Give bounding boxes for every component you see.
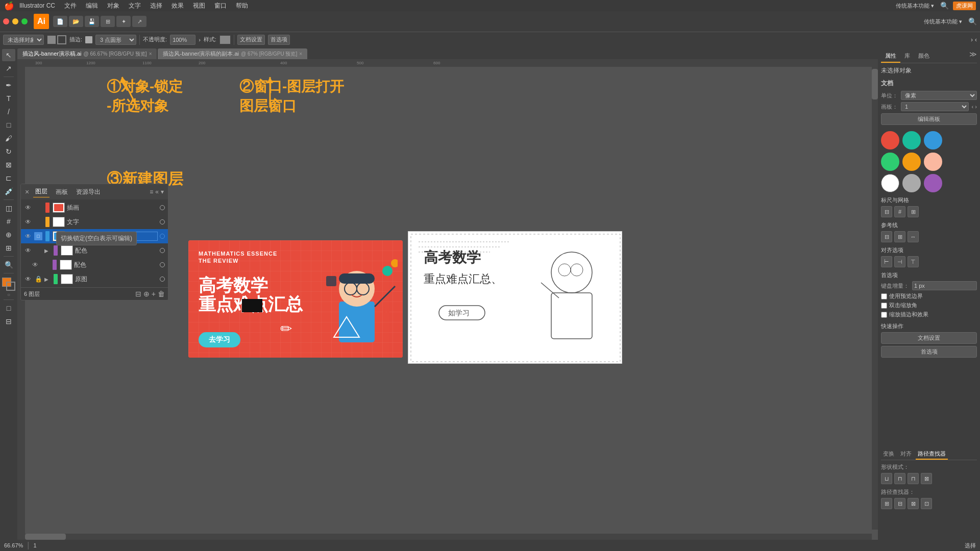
menu-object[interactable]: 对象 [103,2,124,10]
arrange-icon[interactable]: ⊞ [101,16,115,27]
swatch-salmon[interactable] [924,153,942,171]
tab-library[interactable]: 库 [900,50,914,63]
scroll-thumb-v[interactable] [872,69,878,99]
stroke-style-select[interactable]: 3 点圆形 [95,35,136,45]
layer-item-wenzi[interactable]: 👁 文字 [21,215,168,229]
swatch-teal[interactable] [902,131,921,149]
swatch-cyan[interactable] [881,153,899,171]
doc-tab-1[interactable]: 插边风-banner演示稿.ai @ 66.67% [RGB/GPU 预览] × [17,48,157,59]
eyedropper-tool[interactable]: 💉 [2,185,15,197]
quick-prefs-btn[interactable]: 首选项 [881,346,977,358]
new-layer-icon[interactable]: + [152,290,156,298]
rect-tool[interactable]: □ [2,119,15,131]
dot-chua[interactable] [160,205,165,210]
opacity-input[interactable] [170,35,195,45]
tab-pathfinder[interactable]: 路径查找器 [916,449,948,460]
scale-stroke-check[interactable] [881,312,887,318]
stroke-box[interactable] [6,282,15,291]
panel-collapse[interactable]: ≫ [969,50,977,63]
dot-wenzi[interactable] [160,219,165,224]
search-icon2[interactable]: 🔍 [968,17,977,26]
blend-tool[interactable]: ⊏ [2,172,15,184]
eye-sub-peise[interactable]: 👁 [31,261,39,269]
stroke-color-box[interactable] [85,36,92,43]
fill-swatch[interactable] [47,35,56,44]
pen-tool[interactable]: ✒ [2,79,15,91]
swatch-red[interactable] [881,131,899,149]
tab-properties[interactable]: 属性 [881,50,900,63]
menu-select[interactable]: 选择 [146,2,166,10]
eye-peise[interactable]: 👁 [24,246,32,255]
normal-mode[interactable]: □ [2,302,15,314]
delete-layer-icon[interactable]: 🗑 [158,290,165,298]
layer-collapse-icon[interactable]: « [155,188,159,195]
shape-builder-tool[interactable]: ⊕ [2,229,15,241]
share-icon[interactable]: ↗ [132,16,146,27]
new-doc-icon[interactable]: 📄 [53,16,67,27]
unite-icon[interactable]: ⊔ [881,473,892,484]
tab-close-1[interactable]: × [149,51,152,57]
unit-select[interactable]: 像素 [901,91,977,100]
open-icon[interactable]: 📂 [69,16,83,27]
zoom-tool[interactable]: 🔍 [2,259,15,271]
menu-effects[interactable]: 效果 [167,2,188,10]
expand-yuantu[interactable]: ▶ [44,277,51,282]
tab-artboards[interactable]: 画板 [54,187,70,197]
preview-bounds-check[interactable] [881,293,887,299]
guide-icon2[interactable]: ⊞ [894,231,905,242]
trim-icon[interactable]: ⊟ [894,498,905,509]
expand-peise[interactable]: ▶ [44,248,51,254]
style-box[interactable] [219,35,231,44]
kbd-input[interactable] [912,281,977,290]
apple-menu[interactable]: 🍎 [4,1,14,11]
line-tool[interactable]: / [2,106,15,118]
minus-front-icon[interactable]: ⊓ [894,473,905,484]
mesh-tool[interactable]: # [2,215,15,228]
layer-item-peise[interactable]: 👁 ▶ 配色 [21,243,168,258]
save-icon[interactable]: 💾 [85,16,99,27]
layer-subitem-peise[interactable]: 👁 配色 [21,258,168,272]
lock-peise[interactable] [34,246,42,255]
rotate-tool[interactable]: ↻ [2,145,15,158]
eye-editing[interactable]: 👁 [24,232,32,240]
gradient-tool[interactable]: ◫ [2,202,15,214]
selection-tool[interactable]: ↖ [2,49,15,61]
eye-chua[interactable]: 👁 [24,204,32,212]
guide-icon1[interactable]: ⊟ [881,231,892,242]
scale-tool[interactable]: ⊠ [2,159,15,171]
doc-settings-btn[interactable]: 文档设置 [237,35,265,45]
exclude-icon[interactable]: ⊠ [921,473,932,484]
maximize-button[interactable] [21,18,28,24]
artboard-tool[interactable]: ⊞ [2,242,15,254]
direct-selection-tool[interactable]: ↗ [2,62,15,74]
layers-panel-close[interactable]: × [25,188,29,196]
tab-align[interactable]: 对齐 [898,449,914,460]
quick-doc-settings-btn[interactable]: 文档设置 [881,332,977,344]
tab-color[interactable]: 颜色 [914,50,934,63]
template-select[interactable]: 1 [901,102,969,111]
menu-file[interactable]: 文件 [60,2,81,10]
stroke-swatch[interactable] [57,35,66,44]
scroll-thumb-h[interactable] [25,534,66,540]
app-name[interactable]: Illustrator CC [15,2,59,9]
dot-editing[interactable] [160,234,165,239]
grid-icon[interactable]: # [894,206,905,217]
swatch-white[interactable] [881,174,899,192]
eye-wenzi[interactable]: 👁 [24,218,32,226]
lock-wenzi[interactable] [34,218,42,226]
type-tool[interactable]: T [2,92,15,105]
edit-template-btn[interactable]: 编辑画板 [881,113,977,125]
dot-yuantu[interactable] [160,277,165,282]
stroke-color-select[interactable]: 未选择对象 [3,35,44,45]
ruler-icon[interactable]: ⊟ [881,206,892,217]
divide-icon[interactable]: ⊞ [881,498,892,509]
scroll-v[interactable] [872,67,878,530]
double-click-check[interactable] [881,303,887,309]
dot-sub-peise[interactable] [160,262,165,267]
magic-icon[interactable]: ✦ [116,16,131,27]
prefs-btn[interactable]: 首选项 [268,35,290,45]
merge-icon[interactable]: ⊠ [908,498,919,509]
panel-toggle2[interactable]: ‹ [975,36,977,43]
make-clipping-icon[interactable]: ⊟ [135,290,141,298]
tab-assets[interactable]: 资源导出 [74,187,103,197]
